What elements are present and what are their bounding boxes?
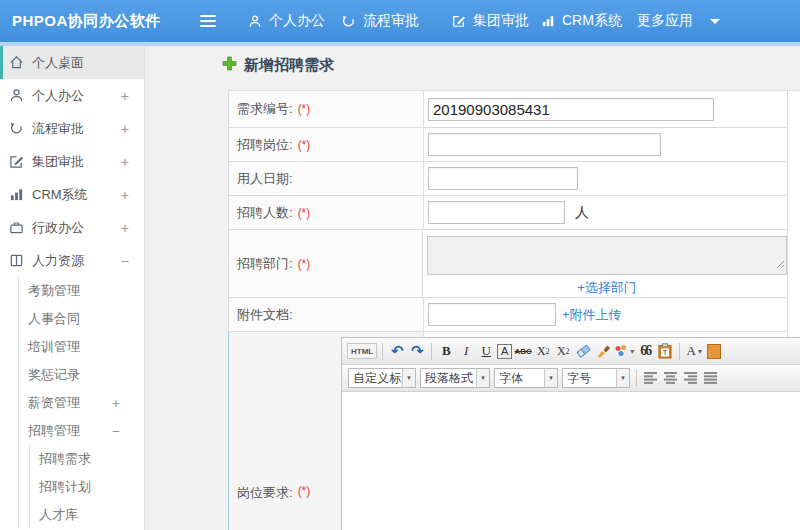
flow-arrow-icon [9, 121, 24, 136]
sidebar-item-hr-contract[interactable]: 人事合同 [19, 305, 144, 333]
nav-group-approval[interactable]: 集团审批 [452, 0, 529, 42]
recruit-position-input[interactable] [428, 133, 661, 156]
sidebar-item-salary[interactable]: 薪资管理 + [19, 389, 144, 417]
nav-more-apps[interactable]: 更多应用 [637, 0, 720, 42]
custom-title-dropdown[interactable]: 自定义标题 ▾ [348, 368, 416, 388]
align-right-icon[interactable] [682, 368, 700, 388]
sidebar-item-human-resources[interactable]: 人力资源 − [0, 244, 144, 277]
sidebar-item-label: 人才库 [39, 506, 78, 524]
headcount-unit: 人 [575, 204, 589, 222]
attachment-upload-link[interactable]: +附件上传 [562, 306, 622, 324]
resize-grip-icon[interactable] [776, 255, 785, 273]
nav-workflow-approval[interactable]: 流程审批 [341, 0, 419, 42]
sidebar-item-admin-office[interactable]: 行政办公 + [0, 211, 144, 244]
caret-down-icon: ▾ [544, 369, 557, 387]
align-center-icon[interactable] [662, 368, 680, 388]
sidebar-item-personal-office[interactable]: 个人办公 + [0, 79, 144, 112]
sidebar-item-label: 人事合同 [28, 310, 80, 328]
sidebar-item-training[interactable]: 培训管理 [19, 333, 144, 361]
font-size-dropdown[interactable]: 字号 ▾ [562, 368, 630, 388]
expand-plus-icon[interactable]: + [112, 389, 120, 417]
sidebar-item-talent-pool[interactable]: 人才库 [30, 501, 144, 529]
department-textarea[interactable] [427, 236, 787, 275]
demand-number-input[interactable] [428, 98, 714, 121]
sidebar-item-personal-desktop[interactable]: 个人桌面 [0, 46, 144, 79]
undo-icon[interactable]: ↶ [388, 341, 406, 361]
expand-plus-icon[interactable]: + [121, 211, 129, 244]
required-mark: (*) [298, 138, 311, 152]
font-border-button[interactable]: A [497, 344, 512, 359]
nav-label: 集团审批 [473, 12, 529, 30]
editor-content-area[interactable] [342, 392, 800, 530]
caret-down-icon: ▾ [402, 369, 415, 387]
form-row: 用人日期: [228, 162, 788, 196]
expand-plus-icon[interactable]: + [121, 79, 129, 112]
required-mark: (*) [298, 257, 311, 271]
required-mark: (*) [298, 102, 311, 116]
menu-toggle-button[interactable] [200, 0, 216, 42]
format-match-icon[interactable]: ▾ [614, 341, 634, 361]
nav-label: 更多应用 [637, 12, 693, 30]
form-row: 需求编号: (*) [228, 91, 788, 128]
subscript-button[interactable]: X2 [554, 341, 572, 361]
sidebar-item-recruitment[interactable]: 招聘管理 − [19, 417, 144, 445]
bold-button[interactable]: B [437, 341, 455, 361]
hr-submenu: 考勤管理 人事合同 培训管理 奖惩记录 薪资管理 + 招聘管理 − 招聘需求 招… [18, 277, 144, 529]
background-color-icon[interactable] [705, 341, 723, 361]
nav-personal-office[interactable]: 个人办公 [248, 0, 325, 42]
required-mark: (*) [298, 484, 311, 498]
app-header: PHPOA协同办公软件 个人办公 流程审批 集团审批 CRM系统 更多应用 [0, 0, 800, 42]
sidebar-item-rewards[interactable]: 奖惩记录 [19, 361, 144, 389]
expand-plus-icon[interactable]: + [121, 178, 129, 211]
caret-down-icon: ▾ [630, 347, 634, 356]
collapse-minus-icon[interactable]: − [121, 244, 129, 277]
sidebar-item-label: 行政办公 [32, 219, 84, 237]
underline-button[interactable]: U [477, 341, 495, 361]
eraser-icon[interactable] [574, 341, 592, 361]
caret-down-icon: ▾ [476, 369, 489, 387]
flow-arrow-icon [341, 14, 356, 29]
form-row: 招聘岗位: (*) [228, 128, 788, 162]
edit-square-icon [452, 14, 466, 28]
sidebar-item-recruit-demand[interactable]: 招聘需求 [30, 445, 144, 473]
hire-date-input[interactable] [428, 167, 578, 190]
editor-toolbar-row-1: HTML ↶ ↷ B I U A ABC X2 X2 ▾ 66 T A▾ [342, 338, 800, 365]
sidebar-item-recruit-plan[interactable]: 招聘计划 [30, 473, 144, 501]
strikethrough-button[interactable]: ABC [514, 341, 532, 361]
paste-clipboard-icon[interactable]: T [656, 341, 674, 361]
sidebar-item-label: 个人办公 [32, 87, 84, 105]
sidebar-item-attendance[interactable]: 考勤管理 [19, 277, 144, 305]
form-row: 招聘部门: (*) +选择部门 [228, 230, 788, 298]
expand-plus-icon[interactable]: + [121, 145, 129, 178]
collapse-minus-icon[interactable]: − [112, 417, 120, 445]
caret-down-icon [710, 19, 720, 24]
sidebar-item-group-approval[interactable]: 集团审批 + [0, 145, 144, 178]
superscript-button[interactable]: X2 [534, 341, 552, 361]
html-source-button[interactable]: HTML [347, 343, 377, 359]
paintbrush-icon[interactable] [594, 341, 612, 361]
headcount-input[interactable] [428, 201, 565, 224]
align-justify-icon[interactable] [702, 368, 720, 388]
font-family-dropdown[interactable]: 字体 ▾ [494, 368, 558, 388]
sidebar-item-workflow-approval[interactable]: 流程审批 + [0, 112, 144, 145]
align-left-icon[interactable] [642, 368, 660, 388]
attachment-input[interactable] [428, 303, 556, 326]
page-title: 新增招聘需求 [222, 56, 334, 75]
italic-button[interactable]: I [457, 341, 475, 361]
sidebar-item-label: 培训管理 [28, 338, 80, 356]
font-color-button[interactable]: A▾ [685, 341, 703, 361]
redo-icon[interactable]: ↷ [408, 341, 426, 361]
select-department-link[interactable]: +选择部门 [577, 279, 637, 297]
plus-icon [222, 56, 237, 75]
form-row: 招聘人数: (*) 人 [228, 196, 788, 230]
field-label: 招聘部门: (*) [229, 230, 423, 297]
expand-plus-icon[interactable]: + [121, 112, 129, 145]
nav-crm-system[interactable]: CRM系统 [541, 0, 622, 42]
sidebar-item-crm-system[interactable]: CRM系统 + [0, 178, 144, 211]
person-icon [248, 14, 262, 29]
paragraph-format-dropdown[interactable]: 段落格式 ▾ [420, 368, 490, 388]
briefcase-icon [9, 220, 24, 235]
nav-label: CRM系统 [562, 12, 622, 30]
blockquote-button[interactable]: 66 [636, 341, 654, 361]
book-icon [9, 253, 24, 268]
